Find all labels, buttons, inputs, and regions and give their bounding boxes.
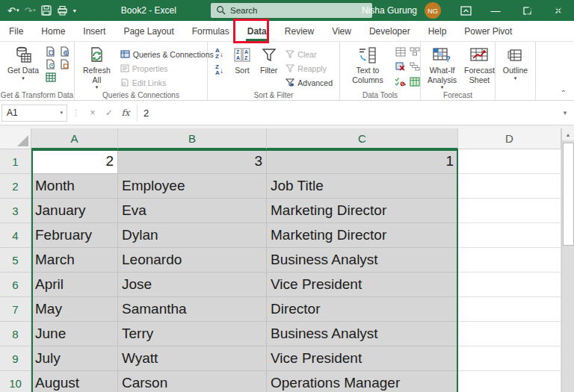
refresh-all-button[interactable]: Refresh All ▾ xyxy=(81,45,113,92)
recent-sources-icon[interactable] xyxy=(45,59,56,69)
tab-data[interactable]: Data xyxy=(238,21,276,42)
name-box-dropdown-icon[interactable]: ▾ xyxy=(60,110,63,116)
tab-page-layout[interactable]: Page Layout xyxy=(114,21,182,42)
cell-B9[interactable]: Wyatt xyxy=(118,346,267,371)
row-header-7[interactable]: 7 xyxy=(0,297,31,322)
cell-B8[interactable]: Terry xyxy=(118,322,267,346)
cell-D3[interactable] xyxy=(458,199,561,223)
cell-A6[interactable]: April xyxy=(31,273,118,297)
tab-insert[interactable]: Insert xyxy=(74,21,114,42)
customize-qat-icon[interactable]: ▾ xyxy=(72,7,78,14)
row-header-5[interactable]: 5 xyxy=(0,248,31,273)
row-header-3[interactable]: 3 xyxy=(0,199,31,223)
column-header-c[interactable]: C xyxy=(267,128,458,149)
cell-D4[interactable] xyxy=(458,223,561,248)
tab-formulas[interactable]: Formulas xyxy=(183,21,238,42)
cell-C4[interactable]: Marketing Director xyxy=(267,223,458,248)
cell-C8[interactable]: Business Analyst xyxy=(267,322,458,346)
cell-B7[interactable]: Samantha xyxy=(118,297,267,322)
sort-ascending-icon[interactable]: AZ↓ xyxy=(214,49,225,59)
cell-A5[interactable]: March xyxy=(31,248,118,273)
share-button[interactable]: Share xyxy=(519,2,568,19)
cell-B3[interactable]: Eva xyxy=(118,199,267,223)
sort-button[interactable]: ZAAZ Sort xyxy=(231,45,253,76)
text-to-columns-button[interactable]: Text to Columns xyxy=(345,45,391,85)
from-table-range-icon[interactable] xyxy=(45,72,56,82)
what-if-analysis-button[interactable]: ? What-If Analysis ▾ xyxy=(425,45,459,92)
cell-A9[interactable]: July xyxy=(31,346,118,371)
enter-entry-button[interactable]: ✓ xyxy=(101,108,117,118)
cell-C10[interactable]: Operations Manager xyxy=(267,371,458,392)
cell-D1[interactable] xyxy=(458,149,561,174)
cell-B1[interactable]: 3 xyxy=(118,149,267,174)
column-header-b[interactable]: B xyxy=(118,128,267,149)
formula-input[interactable]: 2 xyxy=(137,105,556,122)
cell-D5[interactable] xyxy=(458,248,561,273)
cell-C5[interactable]: Business Analyst xyxy=(267,248,458,273)
minimize-button[interactable]: — xyxy=(480,0,511,21)
save-icon[interactable] xyxy=(40,5,53,16)
tab-help[interactable]: Help xyxy=(419,21,456,42)
consolidate-icon[interactable] xyxy=(409,46,420,57)
existing-connections-icon[interactable] xyxy=(59,59,70,69)
tab-power-pivot[interactable]: Power Pivot xyxy=(455,21,521,42)
row-header-4[interactable]: 4 xyxy=(0,223,31,248)
queries-connections-button[interactable]: Queries & Connections xyxy=(120,48,214,60)
expand-formula-bar-icon[interactable]: ▾ xyxy=(556,109,574,116)
print-icon[interactable] xyxy=(55,5,70,16)
cell-C2[interactable]: Job Title xyxy=(267,174,458,199)
cell-C6[interactable]: Vice President xyxy=(267,273,458,297)
tab-review[interactable]: Review xyxy=(276,21,323,42)
select-all-corner[interactable] xyxy=(0,128,31,149)
vertical-scrollbar[interactable]: ▲ xyxy=(561,128,574,392)
cell-A7[interactable]: May xyxy=(31,297,118,322)
cell-A3[interactable]: January xyxy=(31,199,118,223)
collapse-ribbon-icon[interactable]: ⌃ xyxy=(561,89,567,97)
column-header-d[interactable]: D xyxy=(458,128,561,149)
from-web-icon[interactable] xyxy=(59,46,70,57)
insert-function-button[interactable]: fx xyxy=(117,108,134,118)
forecast-sheet-button[interactable]: Forecast Sheet xyxy=(462,45,497,85)
cell-B2[interactable]: Employee xyxy=(118,174,267,199)
tab-view[interactable]: View xyxy=(323,21,360,42)
undo-button[interactable]: ↶▾ xyxy=(6,5,20,16)
row-header-9[interactable]: 9 xyxy=(0,346,31,371)
clear-filter-button[interactable]: Clear xyxy=(286,48,333,60)
cell-C9[interactable]: Vice President xyxy=(267,346,458,371)
avatar[interactable]: NG xyxy=(425,2,441,19)
sort-descending-icon[interactable]: ZA↓ xyxy=(214,65,225,75)
cell-D6[interactable] xyxy=(458,273,561,297)
cell-C3[interactable]: Marketing Director xyxy=(267,199,458,223)
name-box[interactable]: A1 ▾ xyxy=(1,105,67,122)
from-text-csv-icon[interactable] xyxy=(45,46,56,57)
tab-home[interactable]: Home xyxy=(32,21,74,42)
cell-C1[interactable]: 1 xyxy=(267,149,458,174)
search-input[interactable]: Search xyxy=(211,3,372,18)
cell-D7[interactable] xyxy=(458,297,561,322)
tab-developer[interactable]: Developer xyxy=(360,21,419,42)
properties-button[interactable]: Properties xyxy=(120,62,214,75)
row-header-6[interactable]: 6 xyxy=(0,273,31,297)
cell-B10[interactable]: Carson xyxy=(118,371,267,392)
cell-D2[interactable] xyxy=(458,174,561,199)
cell-B4[interactable]: Dylan xyxy=(118,223,267,248)
row-header-2[interactable]: 2 xyxy=(0,174,31,199)
scrollbar-thumb[interactable] xyxy=(563,143,574,246)
get-data-button[interactable]: Get Data ▾ xyxy=(5,45,41,82)
cancel-entry-button[interactable]: × xyxy=(84,108,101,118)
cell-D9[interactable] xyxy=(458,346,561,371)
advanced-filter-button[interactable]: Advanced xyxy=(286,76,333,89)
row-header-1[interactable]: 1 xyxy=(0,149,31,174)
reapply-filter-button[interactable]: Reapply xyxy=(286,62,333,75)
cell-A8[interactable]: June xyxy=(31,322,118,346)
cell-D8[interactable] xyxy=(458,322,561,346)
filter-button[interactable]: Filter xyxy=(258,45,280,76)
scroll-up-icon[interactable]: ▲ xyxy=(562,128,574,141)
cell-A10[interactable]: August xyxy=(31,371,118,392)
cell-B5[interactable]: Leonardo xyxy=(118,248,267,273)
cell-B6[interactable]: Jose xyxy=(118,273,267,297)
edit-links-button[interactable]: Edit Links xyxy=(120,76,214,89)
row-header-8[interactable]: 8 xyxy=(0,322,31,346)
relationships-icon[interactable] xyxy=(409,61,420,72)
ribbon-display-options-icon[interactable] xyxy=(451,0,480,21)
